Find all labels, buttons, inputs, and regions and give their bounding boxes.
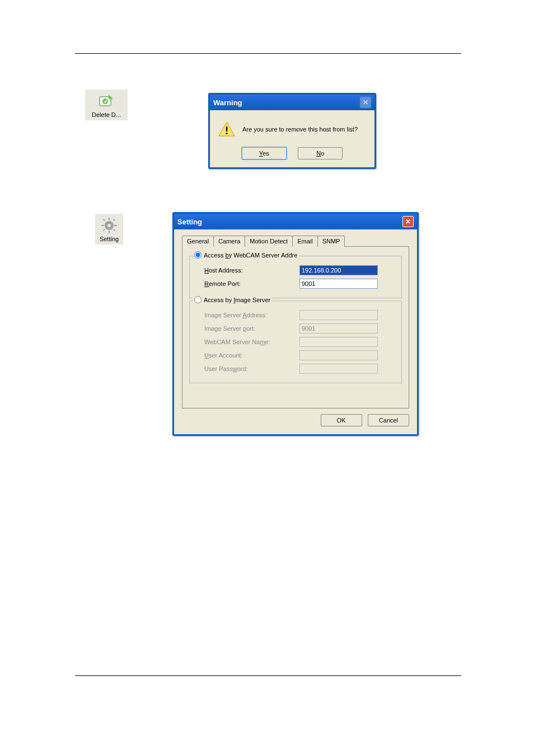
ok-button[interactable]: OK [321, 414, 362, 426]
radio-access-webcam-input[interactable] [194, 251, 202, 259]
setting-titlebar[interactable]: Setting ✕ [174, 214, 417, 229]
radio-access-image-server-input[interactable] [194, 296, 202, 303]
svg-rect-12 [226, 126, 228, 132]
divider-top [75, 53, 461, 54]
desktop-icon-delete[interactable]: Delete D... [81, 90, 132, 120]
divider-bottom [75, 675, 461, 676]
svg-point-3 [107, 224, 111, 227]
label-user-password: User Password: [204, 365, 299, 372]
label-webcam-server-name: WebCAM Server Name: [204, 339, 299, 345]
warning-title: Warning [213, 98, 242, 107]
input-user-password [299, 364, 378, 374]
yes-button[interactable]: Yes [242, 147, 287, 159]
svg-rect-6 [101, 225, 104, 226]
tab-email[interactable]: Email [292, 236, 318, 247]
label-remote-port: Remote Port: [204, 280, 299, 287]
setting-dialog: Setting ✕ General Camera Motion Detect E… [172, 212, 419, 436]
desktop-icon-label: Setting [100, 236, 119, 245]
label-image-server-address: Image Server Address: [204, 312, 299, 318]
group-access-webcam: Access by WebCAM Server Addre Host Addre… [189, 256, 402, 298]
desktop-icon-label: Delete D... [92, 111, 121, 120]
tab-strip: General Camera Motion Detect Email SNMP [182, 235, 409, 246]
input-webcam-server-name [299, 337, 378, 347]
input-host-address[interactable] [299, 265, 378, 275]
cancel-button[interactable]: Cancel [368, 414, 409, 426]
svg-rect-4 [109, 218, 110, 220]
delete-icon [97, 92, 115, 110]
warning-icon [218, 120, 236, 138]
gear-icon [100, 217, 118, 234]
svg-rect-10 [113, 219, 115, 221]
tab-motion-detect[interactable]: Motion Detect [245, 236, 293, 247]
tab-snmp[interactable]: SNMP [317, 236, 345, 247]
close-icon[interactable]: ✕ [402, 216, 414, 227]
group-access-image-server: Access by Image Server Image Server Addr… [189, 300, 402, 383]
label-user-account: User Account: [204, 352, 299, 359]
tab-general[interactable]: General [182, 236, 214, 247]
no-button[interactable]: No [298, 147, 343, 159]
warning-dialog: Warning ✕ Are you sure to remove this ho… [208, 93, 376, 169]
svg-rect-8 [103, 219, 105, 221]
radio-access-image-server[interactable]: Access by Image Server [193, 296, 271, 303]
svg-point-1 [102, 98, 108, 104]
svg-rect-5 [109, 231, 110, 233]
svg-rect-9 [113, 229, 115, 231]
setting-title: Setting [177, 218, 202, 226]
svg-rect-11 [103, 229, 105, 231]
input-remote-port[interactable] [299, 279, 378, 289]
svg-point-13 [226, 133, 227, 134]
label-image-server-port: Image Server port: [204, 325, 299, 332]
tab-panel-general: Access by WebCAM Server Addre Host Addre… [182, 246, 409, 408]
desktop-icon-setting[interactable]: Setting [84, 214, 134, 245]
warning-message: Are you sure to remove this host from li… [242, 126, 358, 133]
label-host-address: Host Address: [204, 267, 299, 274]
svg-rect-7 [114, 225, 117, 226]
tab-camera[interactable]: Camera [213, 236, 245, 247]
radio-access-webcam[interactable]: Access by WebCAM Server Addre [193, 251, 298, 259]
close-icon: ✕ [360, 97, 371, 108]
input-user-account [299, 350, 378, 360]
input-image-server-address [299, 310, 378, 320]
warning-titlebar[interactable]: Warning ✕ [210, 95, 374, 110]
input-image-server-port [299, 323, 378, 334]
